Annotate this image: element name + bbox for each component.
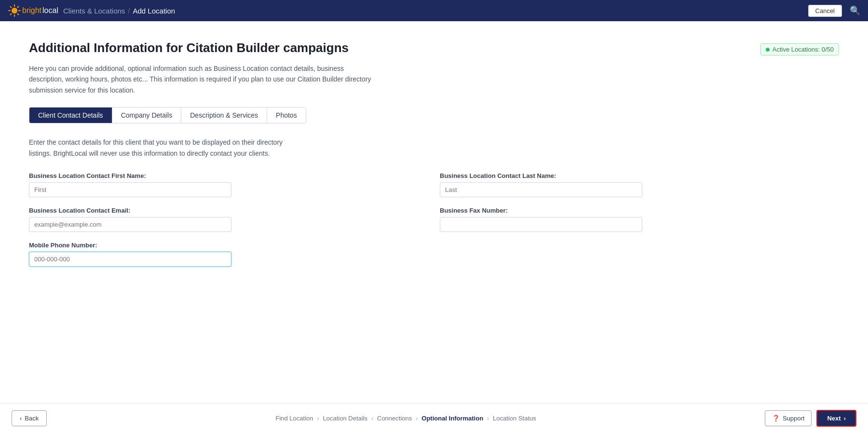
search-icon[interactable]: 🔍 — [850, 5, 860, 16]
last-name-label: Business Location Contact Last Name: — [440, 172, 839, 179]
main-content: Additional Information for Citation Buil… — [0, 21, 868, 403]
nav-connections[interactable]: Connections — [377, 415, 412, 422]
first-name-input[interactable] — [29, 182, 231, 197]
form-group-fax: Business Fax Number: — [440, 207, 839, 232]
active-dot-icon — [766, 48, 770, 52]
nav-location-status[interactable]: Location Status — [493, 415, 536, 422]
next-label: Next — [827, 415, 841, 422]
app-header: brightlocal Clients & Locations / Add Lo… — [0, 0, 868, 21]
mobile-label: Mobile Phone Number: — [29, 242, 839, 249]
next-button[interactable]: Next › — [816, 410, 856, 427]
footer-right: ❓ Support Next › — [765, 410, 856, 427]
logo: brightlocal — [8, 4, 58, 17]
tab-client-contact-details[interactable]: Client Contact Details — [29, 108, 112, 123]
page-title: Additional Information for Citation Buil… — [29, 41, 349, 55]
nav-location-details[interactable]: Location Details — [323, 415, 368, 422]
breadcrumb-clients[interactable]: Clients & Locations — [63, 7, 125, 15]
header-left: brightlocal Clients & Locations / Add Lo… — [8, 4, 175, 17]
nav-sep-4: › — [487, 415, 489, 422]
tab-company-details[interactable]: Company Details — [112, 108, 182, 123]
svg-line-8 — [11, 14, 12, 14]
form-group-email: Business Location Contact Email: — [29, 207, 428, 232]
footer-nav: Find Location › Location Details › Conne… — [275, 415, 536, 422]
last-name-input[interactable] — [440, 182, 642, 197]
fax-input[interactable] — [440, 217, 642, 232]
breadcrumb-separator: / — [128, 7, 130, 15]
svg-line-6 — [17, 14, 18, 14]
form-intro-text: Enter the contact details for this clien… — [29, 137, 299, 159]
back-arrow-icon: ‹ — [20, 415, 22, 422]
support-button[interactable]: ❓ Support — [765, 410, 812, 426]
support-label: Support — [783, 415, 805, 422]
page-description: Here you can provide additional, optiona… — [29, 63, 376, 95]
breadcrumb: Clients & Locations / Add Location — [63, 7, 175, 15]
support-icon: ❓ — [772, 415, 780, 422]
back-button[interactable]: ‹ Back — [12, 410, 47, 426]
header-right: Cancel 🔍 — [808, 5, 860, 17]
mobile-input[interactable] — [29, 252, 231, 267]
active-locations-text: Active Locations: 0/50 — [773, 46, 834, 53]
svg-line-5 — [11, 7, 12, 8]
tabs-container: Client Contact Details Company Details D… — [29, 107, 306, 123]
page-header: Additional Information for Citation Buil… — [29, 41, 839, 55]
form-group-first-name: Business Location Contact First Name: — [29, 172, 428, 197]
form-row-email-fax: Business Location Contact Email: Busines… — [29, 207, 839, 232]
logo-icon — [8, 4, 21, 17]
footer: ‹ Back Find Location › Location Details … — [0, 403, 868, 433]
form-row-names: Business Location Contact First Name: Bu… — [29, 172, 839, 197]
nav-sep-2: › — [371, 415, 373, 422]
nav-sep-1: › — [317, 415, 319, 422]
nav-sep-3: › — [416, 415, 418, 422]
cancel-button[interactable]: Cancel — [808, 5, 842, 17]
fax-label: Business Fax Number: — [440, 207, 839, 214]
back-label: Back — [25, 415, 39, 422]
email-input[interactable] — [29, 217, 231, 232]
form-group-mobile: Mobile Phone Number: — [29, 242, 839, 267]
active-locations-badge: Active Locations: 0/50 — [760, 43, 839, 55]
tab-description-services[interactable]: Description & Services — [181, 108, 267, 123]
next-arrow-icon: › — [844, 415, 846, 422]
form-row-mobile: Mobile Phone Number: — [29, 242, 839, 267]
svg-line-7 — [17, 7, 18, 8]
first-name-label: Business Location Contact First Name: — [29, 172, 428, 179]
breadcrumb-current: Add Location — [133, 7, 176, 15]
svg-point-0 — [12, 8, 17, 14]
nav-optional-information[interactable]: Optional Information — [421, 415, 483, 422]
email-label: Business Location Contact Email: — [29, 207, 428, 214]
nav-find-location[interactable]: Find Location — [275, 415, 313, 422]
tab-photos[interactable]: Photos — [267, 108, 306, 123]
form-group-last-name: Business Location Contact Last Name: — [440, 172, 839, 197]
